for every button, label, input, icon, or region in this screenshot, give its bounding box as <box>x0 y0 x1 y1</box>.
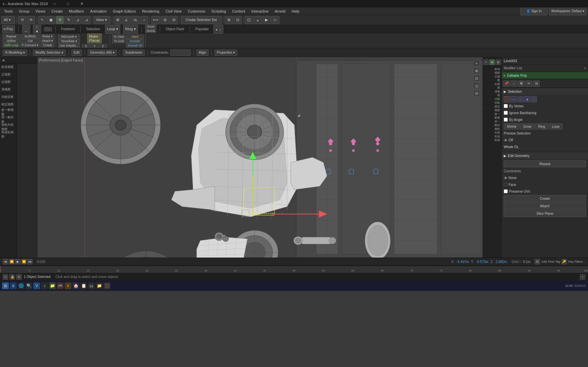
undo-button[interactable]: ⟲ <box>18 16 26 24</box>
mod-icon-copy[interactable]: ⧉ <box>533 81 540 87</box>
loop-sel-btn[interactable]: Loop <box>549 123 563 129</box>
shrink-sel-btn[interactable]: Shrink <box>504 123 519 129</box>
rp-icon-3[interactable]: ⊟ <box>496 59 501 65</box>
angle-snap[interactable]: ∠ <box>122 16 131 24</box>
attach-geo-btn[interactable]: Attach <box>504 203 586 209</box>
ring-sel-btn[interactable]: Ring <box>535 123 548 129</box>
taskbar-music[interactable]: ♪ <box>41 282 48 289</box>
align-z-button[interactable]: Z <box>99 44 107 48</box>
swift-loop-button[interactable]: Swift Loop <box>3 43 20 47</box>
p-connect-button[interactable]: P Connect ▾ <box>20 43 40 47</box>
rp-cn-tab-6[interactable]: 锁定视图 <box>483 105 501 112</box>
redo-button[interactable]: ⟳ <box>27 16 35 24</box>
sign-in-button[interactable]: 👤 Sign In <box>520 7 548 15</box>
menu-graph-editors[interactable]: Graph Editors <box>110 8 139 14</box>
vertex-icon-btn[interactable]: · <box>22 25 30 29</box>
use-displac-button[interactable]: Use Displac... <box>58 43 80 48</box>
poly-icon-btn[interactable]: ■ <box>33 29 41 33</box>
key-filters-btn[interactable]: 🔑 <box>561 259 567 264</box>
align-x-button[interactable]: X <box>82 44 90 48</box>
cn-tab-10[interactable]: 轨迹机视图 <box>0 131 17 138</box>
percent-snap[interactable]: % <box>131 16 139 24</box>
border-mode-btn[interactable]: □ <box>517 96 523 102</box>
off-radio[interactable] <box>504 138 507 142</box>
menu-views[interactable]: Views <box>33 8 48 14</box>
pb-next[interactable]: ⏩ <box>21 259 27 264</box>
cn-tab-1[interactable]: 标准视图 <box>0 64 17 71</box>
pb-end[interactable]: ⏭ <box>27 259 33 264</box>
create-selection-set-button[interactable]: Create Selection Set <box>181 16 222 24</box>
pb-start[interactable]: ⏮ <box>3 259 8 264</box>
rp-icon-1[interactable]: + <box>483 59 489 65</box>
slice-plane-btn[interactable]: Slice Plane <box>504 210 586 217</box>
reference-dropdown[interactable]: View ▾ <box>93 16 110 24</box>
main-viewport[interactable]: [Performance] [Edged Faces] <box>37 57 483 258</box>
taskbar-vscode[interactable]: V <box>33 282 40 289</box>
vp-nav-1[interactable]: + <box>473 60 480 67</box>
edit-geo-header[interactable]: ▶ Edit Geometry <box>502 152 588 159</box>
spinner-snap[interactable]: ○ <box>140 16 148 24</box>
rp-icon-2[interactable]: ⊞ <box>489 59 495 65</box>
menu-animation[interactable]: Animation <box>87 8 109 14</box>
minimize-button[interactable]: ─ <box>48 0 62 7</box>
workspace-dropdown[interactable]: Workspaces: Defaul ▾ <box>549 7 587 15</box>
align-button[interactable]: ⊟ <box>161 16 169 24</box>
render-last[interactable]: ▷ <box>271 16 279 24</box>
populate-dropdown[interactable]: ⬥ ▾ <box>213 25 223 34</box>
align-type-button[interactable]: ⊟ <box>170 16 178 24</box>
nurms-button[interactable]: NURMS <box>20 34 40 38</box>
mode-dropdown[interactable]: All ▾ <box>1 16 15 24</box>
properties-section-btn[interactable]: Properties ▾ <box>214 50 237 56</box>
align-y-button[interactable]: Y <box>90 44 99 48</box>
scene-xplorer-button[interactable]: ⊡ <box>234 16 242 24</box>
tessellate-button[interactable]: Tessellate ▾ <box>58 39 80 43</box>
relax-button[interactable]: Relax ▾ <box>40 34 54 38</box>
rotate-button[interactable]: ↻ <box>65 16 73 24</box>
mirror-button[interactable]: ⟺ <box>151 16 160 24</box>
grow-button[interactable]: Grow <box>145 24 157 29</box>
taskbar-game[interactable]: 🎮 <box>57 282 64 289</box>
menu-create[interactable]: Create <box>49 8 65 14</box>
polygon-tab[interactable]: n Poly <box>2 25 15 33</box>
layer-manager-button[interactable]: ⊞ <box>225 16 233 24</box>
modifier-list-dropdown[interactable]: ▾ <box>584 67 586 70</box>
move-button[interactable]: ✛ <box>56 16 64 24</box>
to-grid-button[interactable]: To Grid <box>112 39 125 43</box>
cn-tab-3[interactable]: 右视图 <box>0 78 17 86</box>
scale-button[interactable]: ⊿ <box>73 16 82 24</box>
rp-cn-tab-4[interactable]: 顶视图 <box>483 90 501 97</box>
taskbar-app1[interactable]: 🏠 <box>72 282 79 289</box>
repeat-btn[interactable]: Repeat <box>504 160 586 167</box>
select-all-icon[interactable]: ⊞ <box>16 274 22 280</box>
menu-scripting[interactable]: Scripting <box>209 8 229 14</box>
elem-mode-btn[interactable]: ⬛ <box>531 96 537 102</box>
scale-type-button[interactable]: ⊿ <box>82 16 90 24</box>
border-icon-btn[interactable]: □ <box>33 25 41 29</box>
ignore-back-check[interactable] <box>504 111 508 115</box>
render-scene[interactable]: ▶ <box>262 16 271 24</box>
poly-mode-btn[interactable]: ■ <box>524 96 530 102</box>
geometry-all-btn[interactable]: Geometry (All) ▾ <box>88 50 117 56</box>
material-editor[interactable]: ⬥ <box>254 16 262 24</box>
taskbar-search[interactable]: 🔍 <box>25 282 32 289</box>
vp-nav-4[interactable]: ◫ <box>473 82 480 89</box>
modify-selection-btn[interactable]: Modify Selection ▾ <box>33 50 65 56</box>
cn-tab-5[interactable]: 功能切换 <box>0 93 17 101</box>
hard-button[interactable]: Hard <box>126 35 144 39</box>
edge-mode-btn[interactable]: — <box>511 96 517 102</box>
create-geo-btn[interactable]: Create <box>504 195 586 202</box>
vp-nav-3[interactable]: ⊡ <box>473 75 480 82</box>
mod-icon-pin[interactable]: 📌 <box>503 81 510 87</box>
attach-button[interactable]: Attach ▾ <box>40 39 54 43</box>
menu-tools[interactable]: Tools <box>1 8 16 14</box>
cn-tab-2[interactable]: 正视图 <box>0 71 17 78</box>
to-view-button[interactable]: To View <box>112 35 125 39</box>
make-planar-button[interactable]: MakePlanar <box>87 33 102 43</box>
selection-panel-header[interactable]: ▶ Selection <box>502 88 588 95</box>
menu-help[interactable]: Help <box>289 8 302 14</box>
rp-cn-tab-2[interactable]: 正视图 <box>483 75 501 82</box>
rp-cn-tab-9[interactable]: 相机列表 <box>483 127 501 135</box>
align-section-btn[interactable]: Align <box>196 50 209 56</box>
menu-civil-view[interactable]: Civil View <box>163 8 184 14</box>
rp-cn-tab-8[interactable]: 层一般切 <box>483 120 501 127</box>
